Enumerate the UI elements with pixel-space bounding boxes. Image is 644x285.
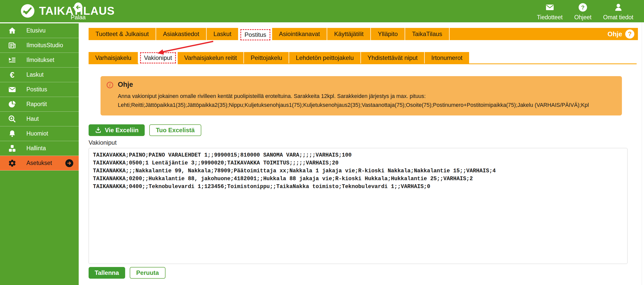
- cubes-icon: [8, 144, 17, 153]
- save-label: Tallenna: [95, 269, 119, 276]
- tabbar-help-label: Ohje: [607, 30, 622, 38]
- profile-label: Omat tiedot: [603, 14, 633, 21]
- form-actions: Tallenna Peruuta: [89, 267, 166, 279]
- cancel-button[interactable]: Peruuta: [130, 267, 166, 279]
- question-circle-icon: ?: [625, 29, 634, 39]
- main-tab-asiointikanavat[interactable]: Asiointikanavat: [272, 28, 327, 40]
- sub-tab-yhdistettävät-niput[interactable]: Yhdistettävät niput: [361, 52, 425, 63]
- sidebar-item-label: Etusivu: [26, 27, 45, 34]
- arrow-right-circle-icon[interactable]: [65, 159, 74, 167]
- sub-tab-lehdetön-peittojakelu[interactable]: Lehdetön peittojakelu: [289, 52, 361, 63]
- sidebar-item-haut[interactable]: Haut: [0, 112, 79, 126]
- sub-tab-varhaisjakelun-reitit[interactable]: Varhaisjakelun reitit: [178, 52, 244, 63]
- sub-tab-peittojakelu[interactable]: Peittojakelu: [244, 52, 289, 63]
- gear-icon: [8, 159, 17, 168]
- notices-button[interactable]: Tiedotteet: [537, 3, 563, 21]
- envelope-icon: [545, 3, 555, 12]
- app-header: TAIKATILAUS Palaa Tiedotteet ? Ohjeet Om…: [0, 0, 644, 22]
- info-icon: i: [107, 82, 113, 88]
- info-box-text: Anna vakioniput jokainen omalle rivillee…: [118, 92, 589, 110]
- person-icon: [614, 3, 623, 12]
- sidebar-item-ilmoitukset[interactable]: Ilmoitukset: [0, 53, 79, 68]
- main-tab-tuotteet-julkaisut[interactable]: Tuotteet & Julkaisut: [89, 28, 156, 40]
- sidebar-item-label: Ilmoitukset: [26, 57, 54, 63]
- back-button[interactable]: Palaa: [63, 2, 93, 21]
- envelope-icon: [8, 85, 17, 94]
- save-button[interactable]: Tallenna: [89, 267, 125, 279]
- logo-check-icon: [20, 4, 35, 18]
- export-excel-label: Vie Exceliin: [105, 127, 139, 134]
- help-label: Ohjeet: [574, 14, 591, 21]
- notices-label: Tiedotteet: [537, 14, 563, 21]
- import-excel-label: Tuo Excelistä: [156, 127, 195, 134]
- sidebar-item-label: Laskut: [26, 71, 44, 78]
- cancel-label: Peruuta: [136, 269, 159, 276]
- pie-chart-icon: [8, 100, 17, 109]
- search-plus-icon: [8, 114, 17, 124]
- sidebar-item-asetukset[interactable]: Asetukset: [0, 156, 79, 171]
- sub-tab-varhaisjakelu[interactable]: Varhaisjakelu: [89, 52, 138, 63]
- home-icon: [8, 26, 17, 35]
- info-box-title: Ohje: [118, 81, 133, 89]
- sub-tab-vakioniput[interactable]: Vakioniput: [138, 51, 177, 65]
- sidebar-item-postitus[interactable]: Postitus: [0, 82, 79, 97]
- main-tab-laskut[interactable]: Laskut: [207, 28, 239, 40]
- download-icon: [95, 127, 102, 134]
- profile-button[interactable]: Omat tiedot: [603, 3, 633, 21]
- sidebar-item-huomiot[interactable]: Huomiot: [0, 126, 79, 141]
- info-line-2: Lehti;Reitti;Jättöpaikka1(35);Jättöpaikk…: [118, 101, 589, 110]
- import-excel-button[interactable]: Tuo Excelistä: [149, 124, 201, 136]
- help-info-box: i Ohje Anna vakioniput jokainen omalle r…: [101, 76, 622, 115]
- main-tab-bar: Tuotteet & JulkaisutAsiakastiedotLaskutP…: [89, 28, 638, 40]
- help-button[interactable]: ? Ohjeet: [574, 3, 591, 21]
- list-icon: [8, 56, 17, 65]
- editor-label: Vakioniput: [89, 139, 117, 146]
- back-arrow-icon: [73, 2, 84, 13]
- sub-tab-bar: VarhaisjakeluVakioniputVarhaisjakelun re…: [89, 52, 637, 64]
- sidebar: EtusivuIlmoitusStudioIlmoitukset€LaskutP…: [0, 23, 79, 285]
- header-actions: Tiedotteet ? Ohjeet Omat tiedot: [537, 3, 633, 21]
- sidebar-item-label: Asetukset: [26, 160, 52, 166]
- question-circle-icon: ?: [578, 3, 588, 12]
- export-excel-button[interactable]: Vie Exceliin: [89, 124, 145, 136]
- scroll-gutter-divider: [642, 22, 642, 285]
- bell-icon: [8, 129, 17, 138]
- main-tab-taikatilaus[interactable]: TaikaTilaus: [405, 28, 450, 40]
- sidebar-item-label: Hallinta: [26, 145, 46, 152]
- euro-icon: €: [8, 70, 17, 79]
- sidebar-item-label: Huomiot: [26, 130, 48, 137]
- sidebar-item-hallinta[interactable]: Hallinta: [0, 141, 79, 156]
- back-label: Palaa: [71, 14, 86, 21]
- svg-text:?: ?: [581, 4, 585, 11]
- info-line-1: Anna vakioniput jokainen omalle rivillee…: [118, 92, 589, 101]
- sidebar-item-label: Postitus: [26, 86, 47, 93]
- main-tab-postitus[interactable]: Postitus: [239, 28, 272, 41]
- main-tab-asiakastiedot[interactable]: Asiakastiedot: [156, 28, 207, 40]
- sidebar-item-label: Raportit: [26, 101, 47, 108]
- sub-tab-irtonumerot[interactable]: Irtonumerot: [425, 52, 470, 63]
- tabbar-help-button[interactable]: Ohje ?: [607, 28, 638, 40]
- main-tab-käyttäjätilit[interactable]: Käyttäjätilit: [327, 28, 371, 40]
- excel-toolbar: Vie Exceliin Tuo Excelistä: [89, 124, 201, 136]
- sidebar-item-etusivu[interactable]: Etusivu: [0, 23, 79, 38]
- newspaper-icon: [8, 41, 17, 50]
- sidebar-item-ilmoitusstudio[interactable]: IlmoitusStudio: [0, 38, 79, 53]
- sidebar-item-label: Haut: [26, 115, 39, 122]
- vakioniput-textarea[interactable]: TAIKAVAKKA;PAINO;PAINO VARALEHDET 1;;999…: [89, 148, 628, 264]
- sidebar-item-raportit[interactable]: Raportit: [0, 97, 79, 112]
- sidebar-item-label: IlmoitusStudio: [26, 42, 63, 49]
- sidebar-item-laskut[interactable]: €Laskut: [0, 68, 79, 82]
- main-tab-ylläpito[interactable]: Ylläpito: [371, 28, 405, 40]
